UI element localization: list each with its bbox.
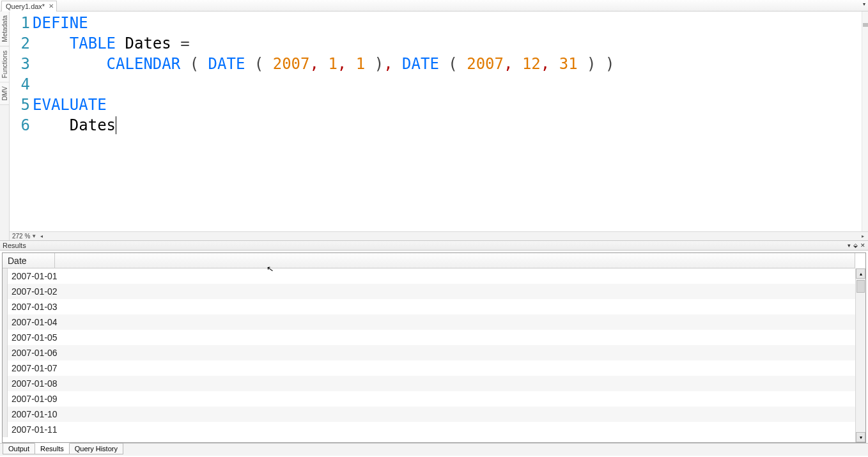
table-row[interactable]: 2007-01-05 — [3, 330, 855, 345]
side-panel-tabs: Metadata Functions DMV — [0, 12, 10, 240]
line-number-gutter: 123456 — [10, 12, 33, 231]
table-row[interactable]: 2007-01-08 — [3, 376, 855, 391]
row-handle[interactable] — [3, 314, 8, 330]
dropdown-icon[interactable]: ▾ — [848, 242, 851, 249]
vertical-scrollbar[interactable]: ▴ ▾ — [855, 268, 865, 442]
table-row[interactable]: 2007-01-09 — [3, 391, 855, 407]
paren: ( — [448, 55, 457, 73]
results-grid-container: Date 2007-01-01 2007-01-02 2007-01-03 20… — [2, 252, 866, 443]
tab-results[interactable]: Results — [35, 443, 70, 454]
cell: 2007-01-11 — [8, 424, 61, 435]
number: 12 — [522, 55, 541, 73]
column-header-date[interactable]: Date — [3, 253, 55, 268]
keyword: TABLE — [70, 35, 116, 52]
keyword: EVALUATE — [33, 96, 107, 114]
cell: 2007-01-03 — [8, 302, 61, 312]
number: 2007 — [273, 55, 310, 73]
identifier: Dates — [125, 35, 171, 52]
number: 1 — [328, 55, 337, 73]
code-editor[interactable]: 123456 DEFINE TABLE Dates = CALENDAR ( D… — [10, 12, 868, 231]
paren: ) — [375, 55, 384, 73]
close-icon[interactable]: ✕ — [49, 3, 54, 10]
row-handle[interactable] — [3, 407, 8, 422]
tab-overflow-icon[interactable]: ▾ — [863, 1, 865, 7]
cell: 2007-01-01 — [8, 271, 61, 281]
zoom-level[interactable]: 272 % — [12, 233, 30, 240]
number: 31 — [559, 55, 578, 73]
cell: 2007-01-06 — [8, 348, 61, 358]
scroll-down-icon[interactable]: ▾ — [856, 432, 865, 442]
row-handle[interactable] — [3, 376, 8, 391]
cell: 2007-01-08 — [8, 378, 61, 389]
table-row[interactable]: 2007-01-06 — [3, 345, 855, 360]
document-tab-label: Query1.dax* — [6, 3, 45, 10]
code-content[interactable]: DEFINE TABLE Dates = CALENDAR ( DATE ( 2… — [33, 12, 868, 231]
grid-header-row: Date — [3, 253, 855, 268]
document-tab-bar: Query1.dax* ✕ ▾ — [0, 0, 868, 12]
row-handle[interactable] — [3, 360, 8, 376]
comma: , — [384, 55, 392, 73]
table-row[interactable]: 2007-01-03 — [3, 299, 855, 314]
cell: 2007-01-10 — [8, 409, 61, 419]
cell: 2007-01-02 — [8, 286, 61, 297]
editor-status-bar: 272 % ▼ ◂ ▸ — [10, 231, 868, 240]
row-handle[interactable] — [3, 299, 8, 314]
table-row[interactable]: 2007-01-04 — [3, 314, 855, 330]
cell: 2007-01-04 — [8, 317, 61, 327]
operator: = — [180, 35, 189, 52]
comma: , — [504, 55, 513, 73]
paren: ) — [605, 55, 614, 73]
results-panel: Results ▾ ⬙ ✕ Date 2007-01-01 2007-01-02… — [0, 240, 868, 456]
row-handle[interactable] — [3, 422, 8, 437]
close-icon[interactable]: ✕ — [860, 242, 865, 249]
function: CALENDAR — [107, 55, 181, 73]
column-header-empty — [55, 253, 855, 268]
identifier: Dates — [70, 116, 116, 134]
hscroll-left-icon[interactable]: ◂ — [40, 233, 43, 239]
bottom-tab-bar: Output Results Query History — [0, 443, 868, 456]
table-row[interactable]: 2007-01-02 — [3, 284, 855, 299]
row-handle[interactable] — [3, 345, 8, 360]
keyword: DEFINE — [33, 14, 88, 32]
scroll-up-icon[interactable]: ▴ — [856, 268, 865, 279]
row-handle[interactable] — [3, 284, 8, 299]
cell: 2007-01-05 — [8, 332, 61, 343]
scrollbar-thumb[interactable] — [856, 280, 865, 293]
pin-icon[interactable]: ⬙ — [853, 242, 858, 249]
editor-area: Metadata Functions DMV 123456 DEFINE TAB… — [0, 12, 868, 240]
paren: ) — [587, 55, 596, 73]
number: 1 — [356, 55, 365, 73]
paren: ( — [254, 55, 263, 73]
comma: , — [541, 55, 550, 73]
tab-output[interactable]: Output — [3, 443, 35, 454]
function: DATE — [402, 55, 439, 73]
tab-query-history[interactable]: Query History — [69, 443, 123, 454]
comma: , — [337, 55, 346, 73]
function: DATE — [208, 55, 245, 73]
overview-marker — [863, 23, 868, 27]
cell: 2007-01-07 — [8, 363, 61, 373]
row-handle[interactable] — [3, 391, 8, 407]
editor-overview-ruler — [862, 12, 868, 231]
code-editor-wrap: 123456 DEFINE TABLE Dates = CALENDAR ( D… — [10, 12, 868, 240]
grid-body: 2007-01-01 2007-01-02 2007-01-03 2007-01… — [3, 268, 855, 437]
cell: 2007-01-09 — [8, 394, 61, 404]
table-row[interactable]: 2007-01-11 — [3, 422, 855, 437]
document-tab[interactable]: Query1.dax* ✕ — [1, 1, 57, 12]
comma: , — [310, 55, 319, 73]
table-row[interactable]: 2007-01-07 — [3, 360, 855, 376]
side-tab-dmv[interactable]: DMV — [0, 82, 9, 105]
chevron-down-icon[interactable]: ▼ — [31, 233, 36, 239]
side-tab-metadata[interactable]: Metadata — [0, 12, 9, 47]
results-grid[interactable]: Date 2007-01-01 2007-01-02 2007-01-03 20… — [3, 253, 855, 442]
results-panel-header: Results ▾ ⬙ ✕ — [0, 240, 868, 251]
results-panel-title: Results — [3, 242, 26, 249]
hscroll-right-icon[interactable]: ▸ — [862, 233, 864, 239]
paren: ( — [190, 55, 199, 73]
number: 2007 — [467, 55, 504, 73]
side-tab-functions[interactable]: Functions — [0, 47, 9, 82]
table-row[interactable]: 2007-01-10 — [3, 407, 855, 422]
table-row[interactable]: 2007-01-01 — [3, 268, 855, 284]
row-handle[interactable] — [3, 330, 8, 345]
row-handle[interactable] — [3, 268, 8, 284]
